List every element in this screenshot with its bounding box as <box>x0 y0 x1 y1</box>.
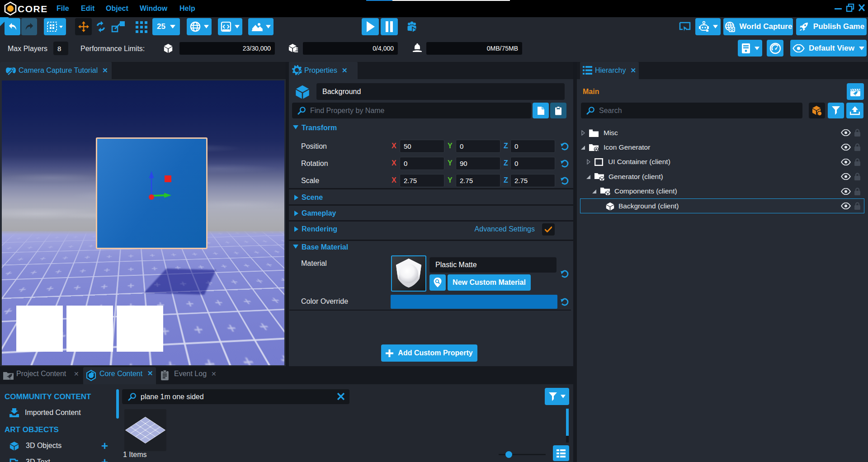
svg-text:CORE: CORE <box>18 4 48 14</box>
